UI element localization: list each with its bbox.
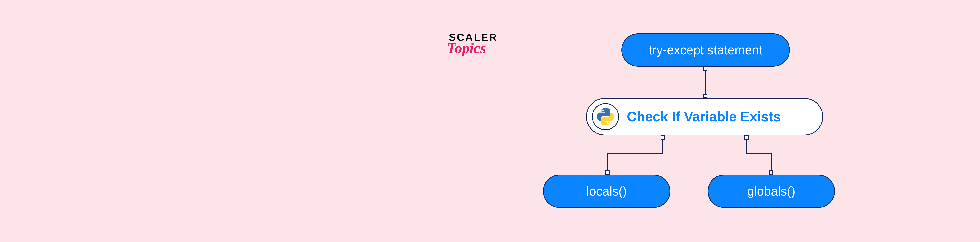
node-globals: globals() xyxy=(708,175,835,208)
connector-port xyxy=(605,170,610,175)
connector-center-to-left xyxy=(607,153,663,154)
node-try-except: try-except statement xyxy=(621,33,790,67)
node-label: globals() xyxy=(747,184,795,199)
node-label: Check If Variable Exists xyxy=(627,109,781,124)
node-label: try-except statement xyxy=(649,43,762,57)
python-logo-icon xyxy=(592,103,619,130)
connector-port xyxy=(703,94,707,98)
connector-center-to-right xyxy=(746,153,772,154)
connector-top-to-center xyxy=(705,67,706,98)
node-check-variable-exists: Check If Variable Exists xyxy=(586,98,823,135)
connector-port xyxy=(661,135,665,140)
scaler-topics-logo: SCALER Topics xyxy=(449,31,498,57)
node-label: locals() xyxy=(586,184,627,199)
connector-port xyxy=(744,135,749,140)
connector-port xyxy=(769,170,773,175)
node-locals: locals() xyxy=(543,175,670,208)
flowchart-diagram: try-except statement Check If Variable E… xyxy=(582,33,876,214)
connector-port xyxy=(703,67,707,71)
